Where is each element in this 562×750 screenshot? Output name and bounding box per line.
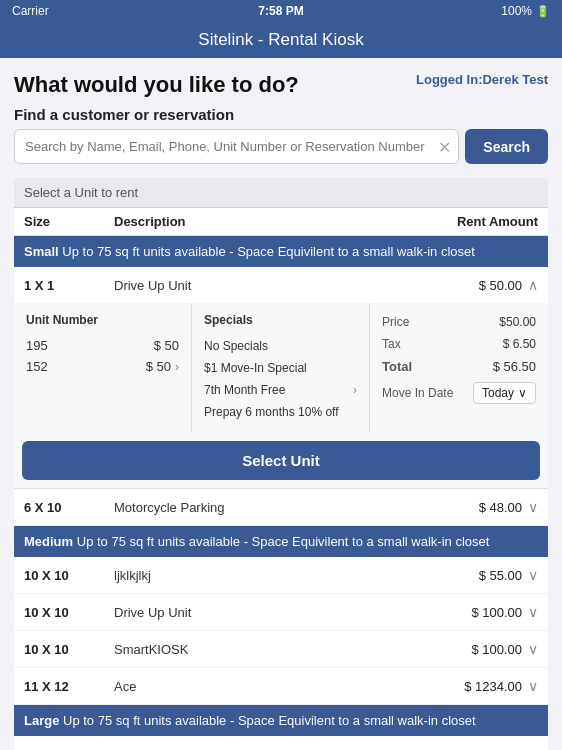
category-small-label: Small	[24, 244, 59, 259]
search-row: ✕ Search	[14, 129, 548, 164]
unit-price-11x12: $ 1234.00 ∨	[408, 678, 538, 694]
unit-numbers-col: Unit Number 195$ 50 152 $ 50 ›	[14, 303, 192, 433]
unit-desc-10x10-3: SmartKIOSK	[114, 642, 408, 657]
specials-col: Specials No Specials $1 Move-In Special …	[192, 303, 370, 433]
category-medium-label: Medium	[24, 534, 73, 549]
clear-icon[interactable]: ✕	[438, 137, 451, 156]
unit-desc-10x10-2: Drive Up Unit	[114, 605, 408, 620]
category-large-label: Large	[24, 713, 59, 728]
price-details: Price $50.00 Tax $ 6.50 Total $ 56.50	[382, 313, 536, 376]
unit-size-6x10: 6 X 10	[24, 500, 114, 515]
units-table: Size Description Rent Amount Small Up to…	[14, 208, 548, 750]
chevron-down-10x10-3: ∨	[528, 641, 538, 657]
unit-price-10x25: $ 69.00 ∨	[408, 746, 538, 750]
special-no-specials: No Specials	[204, 335, 357, 357]
unit-row-10x10-1[interactable]: 10 X 10 ljklkjlkj $ 55.00 ∨	[14, 557, 548, 594]
battery-label: 100%	[501, 4, 532, 18]
unit-size-10x10-1: 10 X 10	[24, 568, 114, 583]
battery-icon: 🔋	[536, 5, 550, 18]
chevron-down-11x12: ∨	[528, 678, 538, 694]
special-7th-month: 7th Month Free ›	[204, 379, 357, 401]
price-line-tax: Tax $ 6.50	[382, 335, 536, 353]
unit-desc-10x25: RV Parking	[114, 747, 408, 751]
chevron-down-10x10-2: ∨	[528, 604, 538, 620]
search-input-wrapper: ✕	[14, 129, 459, 164]
category-small: Small Up to 75 sq ft units available - S…	[14, 236, 548, 267]
specials-header: Specials	[204, 313, 357, 327]
unit-price-10x10-2: $ 100.00 ∨	[408, 604, 538, 620]
unit-row-6x10[interactable]: 6 X 10 Motorcycle Parking $ 48.00 ∨	[14, 489, 548, 526]
price-line-price: Price $50.00	[382, 313, 536, 331]
unit-size-11x12: 11 X 12	[24, 679, 114, 694]
chevron-down-10x25: ∨	[528, 746, 538, 750]
chevron-down-6x10: ∨	[528, 499, 538, 515]
unit-size-1x1: 1 X 1	[24, 278, 114, 293]
unit-price-10x10-1: $ 55.00 ∨	[408, 567, 538, 583]
price-col: Price $50.00 Tax $ 6.50 Total $ 56.50	[370, 303, 548, 433]
category-large: Large Up to 75 sq ft units available - S…	[14, 705, 548, 736]
search-button[interactable]: Search	[465, 129, 548, 164]
table-header: Size Description Rent Amount	[14, 208, 548, 236]
unit-number-header: Unit Number	[26, 313, 179, 327]
chevron-down-icon: ∨	[518, 386, 527, 400]
category-large-desc: Up to 75 sq ft units available - Space E…	[63, 713, 476, 728]
unit-desc-10x10-1: ljklkjlkj	[114, 568, 408, 583]
unit-number-195: 195$ 50	[26, 335, 179, 356]
page-header-row: What would you like to do? Logged In:Der…	[14, 72, 548, 98]
app-header: Sitelink - Rental Kiosk	[0, 22, 562, 58]
find-customer-label: Find a customer or reservation	[14, 106, 548, 123]
unit-desc-1x1: Drive Up Unit	[114, 278, 408, 293]
chevron-down-10x10-1: ∨	[528, 567, 538, 583]
select-unit-button[interactable]: Select Unit	[22, 441, 540, 480]
status-bar: Carrier 7:58 PM 100% 🔋	[0, 0, 562, 22]
unit-price-6x10: $ 48.00 ∨	[408, 499, 538, 515]
unit-row-10x25[interactable]: 10 X 25 RV Parking $ 69.00 ∨	[14, 736, 548, 750]
carrier-label: Carrier	[12, 4, 49, 18]
unit-size-10x10-3: 10 X 10	[24, 642, 114, 657]
time-label: 7:58 PM	[258, 4, 303, 18]
logged-in-user: Derek Test	[482, 72, 548, 87]
price-line-total: Total $ 56.50	[382, 357, 536, 376]
chevron-up-1x1: ∧	[528, 277, 538, 293]
special-move-in: $1 Move-In Special	[204, 357, 357, 379]
select-unit-section-label: Select a Unit to rent	[14, 178, 548, 208]
unit-desc-11x12: Ace	[114, 679, 408, 694]
col-size: Size	[24, 214, 114, 229]
unit-size-10x25: 10 X 25	[24, 747, 114, 751]
unit-row-1x1[interactable]: 1 X 1 Drive Up Unit $ 50.00 ∧	[14, 267, 548, 303]
logged-in-info: Logged In:Derek Test	[416, 72, 548, 87]
page-content: What would you like to do? Logged In:Der…	[0, 58, 562, 750]
category-medium: Medium Up to 75 sq ft units available - …	[14, 526, 548, 557]
unit-detail-1x1: Unit Number 195$ 50 152 $ 50 › Specials …	[14, 303, 548, 489]
category-small-desc: Up to 75 sq ft units available - Space E…	[62, 244, 475, 259]
page-title: What would you like to do?	[14, 72, 299, 98]
logged-in-label: Logged In:	[416, 72, 482, 87]
category-medium-desc: Up to 75 sq ft units available - Space E…	[77, 534, 490, 549]
unit-price-1x1: $ 50.00 ∧	[408, 277, 538, 293]
app-title: Sitelink - Rental Kiosk	[198, 30, 363, 49]
unit-price-10x10-3: $ 100.00 ∨	[408, 641, 538, 657]
move-in-label: Move In Date	[382, 386, 453, 400]
move-in-select[interactable]: Today ∨	[473, 382, 536, 404]
unit-row-10x10-3[interactable]: 10 X 10 SmartKIOSK $ 100.00 ∨	[14, 631, 548, 668]
detail-grid: Unit Number 195$ 50 152 $ 50 › Specials …	[14, 303, 548, 433]
unit-desc-6x10: Motorcycle Parking	[114, 500, 408, 515]
unit-row-11x12[interactable]: 11 X 12 Ace $ 1234.00 ∨	[14, 668, 548, 705]
unit-number-152[interactable]: 152 $ 50 ›	[26, 356, 179, 377]
unit-row-10x10-2[interactable]: 10 X 10 Drive Up Unit $ 100.00 ∨	[14, 594, 548, 631]
unit-size-10x10-2: 10 X 10	[24, 605, 114, 620]
col-rent-amount: Rent Amount	[408, 214, 538, 229]
col-description: Description	[114, 214, 408, 229]
search-input[interactable]	[14, 129, 459, 164]
special-prepay: Prepay 6 months 10% off	[204, 401, 357, 423]
move-in-row: Move In Date Today ∨	[382, 382, 536, 404]
